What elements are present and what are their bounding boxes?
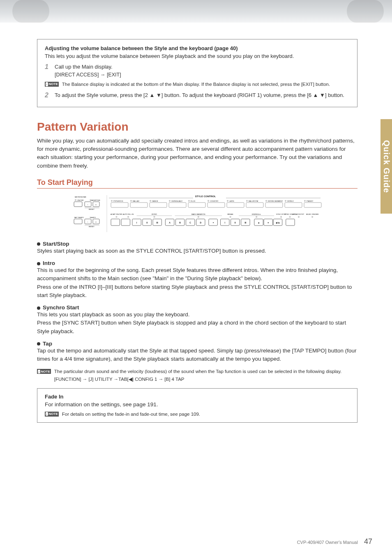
svg-rect-13 xyxy=(74,219,82,224)
svg-text:STYLE CONTROL: STYLE CONTROL xyxy=(195,195,216,198)
svg-point-33 xyxy=(169,200,171,202)
subsection-to-start-playing: To Start Playing xyxy=(37,178,357,189)
step-1-number: 1 xyxy=(45,63,51,78)
box1-subtitle: This lets you adjust the volume balance … xyxy=(45,53,350,59)
svg-rect-35 xyxy=(169,203,186,207)
svg-text:TEMPO: TEMPO xyxy=(90,216,96,219)
svg-text:ENDING/rit.: ENDING/rit. xyxy=(252,213,261,215)
bullet-icon xyxy=(37,342,40,345)
note-badge-icon: ♪NOTE xyxy=(45,412,59,417)
svg-rect-4 xyxy=(74,202,82,207)
svg-text:■: ■ xyxy=(258,221,259,224)
item-intro-body: This is used for the beginning of the so… xyxy=(37,266,357,299)
box2-body: For information on the settings, see pag… xyxy=(45,401,350,408)
svg-point-39 xyxy=(208,200,209,202)
step-1-body: Call up the Main display. [DIRECT ACCESS… xyxy=(55,63,121,78)
svg-text:RESET: RESET xyxy=(89,208,95,210)
svg-rect-56 xyxy=(304,203,321,207)
svg-text:III: III xyxy=(157,221,159,224)
tap-note-body: The particular drum sound and the veloci… xyxy=(54,368,342,382)
step-2-body: To adjust the Style volume, press the [2… xyxy=(55,92,344,99)
item-tap-head: Tap xyxy=(37,341,357,347)
svg-rect-29 xyxy=(130,203,148,207)
fade-in-box: Fade In For information on the settings,… xyxy=(37,388,357,423)
svg-point-51 xyxy=(285,200,286,202)
svg-text:BALLAD: BALLAD xyxy=(133,200,139,202)
svg-point-67 xyxy=(230,216,231,218)
svg-text:III: III xyxy=(244,221,247,224)
item-startstop-body: Styles start playing back as soon as the… xyxy=(37,247,357,255)
style-control-panel-diagram: .lbl{font:5px Arial;fill:#222} .lbl2{fon… xyxy=(70,194,325,233)
step-1-line-b: [DIRECT ACCESS] → [EXIT] xyxy=(55,71,121,78)
bullet-icon xyxy=(37,306,40,310)
svg-point-54 xyxy=(304,200,306,202)
svg-text:START/STOP: START/STOP xyxy=(293,213,304,215)
item-synchro-head: Synchro Start xyxy=(37,304,357,311)
svg-point-30 xyxy=(150,200,151,202)
svg-text:MAIN VARIATION: MAIN VARIATION xyxy=(191,213,205,215)
svg-rect-26 xyxy=(111,203,128,207)
svg-text:MUSIC FINDER: MUSIC FINDER xyxy=(306,213,318,215)
svg-rect-53 xyxy=(285,203,302,207)
svg-point-57 xyxy=(116,216,117,218)
svg-text:−: − xyxy=(87,203,88,206)
svg-point-78 xyxy=(312,216,313,218)
side-tab-quick-guide: Quick Guide xyxy=(380,119,392,214)
svg-point-69 xyxy=(256,216,257,218)
svg-text:WORLD: WORLD xyxy=(287,200,294,202)
svg-text:R & B: R & B xyxy=(191,200,195,202)
svg-text:PIANIST: PIANIST xyxy=(307,200,314,202)
box1-note: ♪NOTE The Balance display is indicated a… xyxy=(45,81,350,88)
svg-text:B: B xyxy=(179,221,181,224)
step-1-line-a: Call up the Main display. xyxy=(55,63,121,71)
tap-note-path: [FUNCTION] → [J] UTILITY →TAB[◀] CONFIG … xyxy=(54,376,342,382)
item-intro-head: Intro xyxy=(37,260,357,266)
svg-rect-81 xyxy=(121,219,130,226)
tap-note-text: The particular drum sound and the veloci… xyxy=(54,368,342,375)
page-number: 47 xyxy=(364,537,372,546)
svg-text:▶/■: ▶/■ xyxy=(276,221,279,224)
svg-text:BREAK: BREAK xyxy=(228,213,233,215)
svg-text:COUNTRY: COUNTRY xyxy=(210,200,219,202)
svg-text:POP&ROCK: POP&ROCK xyxy=(113,200,123,202)
step-1: 1 Call up the Main display. [DIRECT ACCE… xyxy=(45,63,350,78)
step-2-number: 2 xyxy=(45,92,51,99)
svg-point-74 xyxy=(289,216,291,218)
svg-text:D: D xyxy=(200,221,201,224)
svg-point-48 xyxy=(266,200,267,202)
section-title-pattern-variation: Pattern Variation xyxy=(37,120,357,134)
bullet-icon xyxy=(37,242,40,246)
tap-note: ♪NOTE The particular drum sound and the … xyxy=(37,368,357,382)
box1-title: Adjusting the volume balance between the… xyxy=(45,45,350,51)
page-content: Adjusting the volume balance between the… xyxy=(37,39,357,423)
svg-text:METRONOME: METRONOME xyxy=(75,196,86,198)
section-intro: While you play, you can automatically ad… xyxy=(37,137,357,170)
svg-rect-80 xyxy=(111,219,120,226)
svg-text:+: + xyxy=(95,221,97,223)
svg-rect-50 xyxy=(265,203,283,207)
svg-rect-41 xyxy=(208,203,225,207)
svg-rect-44 xyxy=(227,203,244,207)
box2-note: ♪NOTE For details on setting the fade-in… xyxy=(45,411,350,417)
svg-point-72 xyxy=(281,216,282,218)
svg-point-64 xyxy=(198,216,199,218)
svg-point-59 xyxy=(128,216,129,218)
svg-text:▼: ▼ xyxy=(267,221,269,224)
item-synchro-body: This lets you start playback as soon as … xyxy=(37,311,357,336)
svg-text:A: A xyxy=(169,221,171,224)
box2-title: Fade In xyxy=(45,394,350,400)
svg-text:TAP TEMPO: TAP TEMPO xyxy=(74,216,84,219)
svg-text:ACMP ON/OFF: ACMP ON/OFF xyxy=(111,213,122,215)
svg-text:+: + xyxy=(95,203,97,206)
page-footer: CVP-409/407 Owner's Manual 47 xyxy=(297,537,372,546)
svg-text:ENTER-TAINMENT: ENTER-TAINMENT xyxy=(268,200,283,202)
svg-text:TRANSPOSE: TRANSPOSE xyxy=(90,199,100,201)
step-2: 2 To adjust the Style volume, press the … xyxy=(45,92,350,99)
page-top-photo-band xyxy=(0,0,392,23)
item-tap-body: Tap out the tempo and automatically star… xyxy=(37,347,357,364)
svg-text:LATIN: LATIN xyxy=(229,200,234,202)
adjust-volume-box: Adjusting the volume balance between the… xyxy=(37,39,357,107)
box2-note-text: For details on setting the fade-in and f… xyxy=(62,411,200,417)
svg-text:RESET: RESET xyxy=(89,226,95,228)
svg-text:⚬: ⚬ xyxy=(212,221,214,224)
